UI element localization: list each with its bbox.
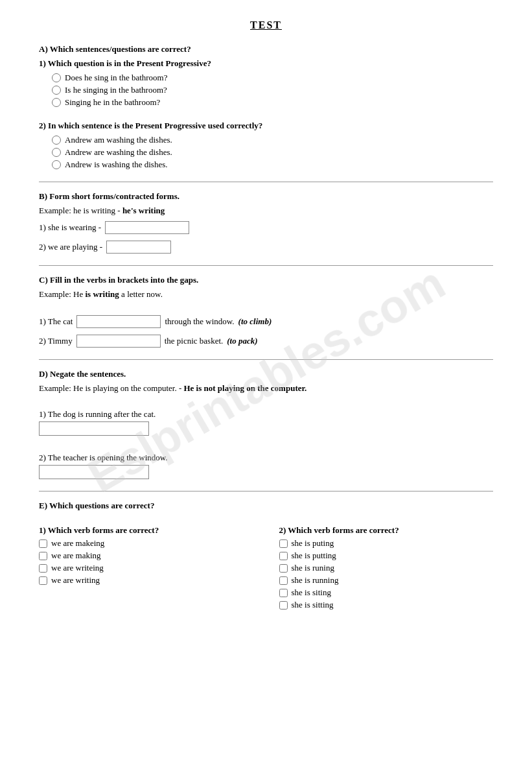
- radio-input[interactable]: [52, 98, 61, 107]
- checkbox-input[interactable]: [39, 564, 47, 573]
- checkbox-option[interactable]: she is putting: [279, 551, 494, 561]
- option-label: Andrew is washing the dishes.: [65, 160, 168, 170]
- option-label: we are making: [51, 551, 101, 561]
- radio-input[interactable]: [52, 148, 61, 157]
- section-c-item2: 2) Timmy the picnic basket. (to pack): [39, 335, 493, 348]
- section-c-item1: 1) The cat through the window. (to climb…: [39, 315, 493, 328]
- fill-input-c2[interactable]: [76, 335, 161, 348]
- fill-label: 1) The cat: [39, 316, 73, 327]
- section-d-item1: 1) The dog is running after the cat.: [39, 409, 493, 436]
- fill-hint: (to pack): [227, 336, 257, 346]
- section-e-q1: 1) Which verb forms are correct? we are …: [39, 525, 253, 612]
- option-label: she is sitting: [292, 600, 334, 610]
- option-label: Does he sing in the bathroom?: [65, 73, 168, 83]
- fill-label: 2) we are playing -: [39, 242, 102, 252]
- divider-ab: [39, 182, 493, 182]
- negate-sentence: 2) The teacher is opening the window.: [39, 453, 493, 463]
- section-a-q2: 2) In which sentence is the Present Prog…: [39, 121, 493, 170]
- section-e: E) Which questions are correct? 1) Which…: [39, 501, 493, 612]
- checkbox-input[interactable]: [279, 576, 288, 585]
- negate-input-d2[interactable]: [39, 465, 149, 479]
- section-c: C) Fill in the verbs in brackets into th…: [39, 275, 493, 348]
- section-c-label: C) Fill in the verbs in brackets into th…: [39, 275, 493, 285]
- fill-input-b2[interactable]: [106, 241, 171, 254]
- option-label: she is puting: [292, 538, 334, 549]
- radio-input[interactable]: [52, 160, 61, 169]
- checkbox-input[interactable]: [39, 552, 47, 560]
- checkbox-input[interactable]: [279, 552, 288, 560]
- checkbox-input[interactable]: [39, 539, 47, 548]
- radio-input[interactable]: [52, 136, 61, 145]
- section-d-example: Example: He is playing on the computer. …: [39, 383, 493, 394]
- negate-sentence: 1) The dog is running after the cat.: [39, 409, 493, 420]
- checkbox-option[interactable]: she is siting: [279, 587, 494, 598]
- option-label: Andrew are washing the dishes.: [65, 147, 172, 158]
- section-e-q1-label: 1) Which verb forms are correct?: [39, 525, 253, 536]
- section-b-label: B) Form short forms/contracted forms.: [39, 191, 493, 202]
- section-a: A) Which sentences/questions are correct…: [39, 44, 493, 170]
- option-label: she is putting: [292, 551, 336, 561]
- negate-input-d1[interactable]: [39, 421, 149, 436]
- checkbox-option[interactable]: she is runing: [279, 563, 494, 573]
- radio-option[interactable]: Andrew am washing the dishes.: [52, 135, 493, 145]
- fill-suffix: the picnic basket.: [165, 336, 224, 346]
- fill-label: 1) she is wearing -: [39, 222, 101, 233]
- radio-option[interactable]: Andrew is washing the dishes.: [52, 160, 493, 170]
- page-title: TEST: [39, 19, 493, 31]
- option-label: we are writeing: [51, 563, 104, 573]
- radio-option[interactable]: Is he singing in the bathroom?: [52, 85, 493, 95]
- fill-input-c1[interactable]: [76, 315, 161, 328]
- option-label: Andrew am washing the dishes.: [65, 135, 172, 145]
- section-e-q2: 2) Which verb forms are correct? she is …: [279, 525, 494, 612]
- checkbox-option[interactable]: we are makeing: [39, 538, 253, 549]
- checkbox-option[interactable]: we are writing: [39, 575, 253, 586]
- checkbox-option[interactable]: she is sitting: [279, 600, 494, 610]
- divider-de: [39, 491, 493, 492]
- radio-option[interactable]: Singing he in the bathroom?: [52, 97, 493, 108]
- section-e-q2-label: 2) Which verb forms are correct?: [279, 525, 494, 536]
- checkbox-input[interactable]: [279, 601, 288, 610]
- fill-hint: (to climb): [238, 316, 272, 327]
- option-label: we are writing: [51, 575, 100, 586]
- checkbox-input[interactable]: [279, 539, 288, 548]
- fill-label: 2) Timmy: [39, 336, 73, 346]
- checkbox-input[interactable]: [279, 589, 288, 597]
- option-label: we are makeing: [51, 538, 104, 549]
- section-b-item2: 2) we are playing -: [39, 241, 493, 254]
- fill-input-b1[interactable]: [105, 221, 189, 234]
- section-b-example: Example: he is writing - he's writing: [39, 206, 493, 216]
- option-label: she is runing: [292, 563, 334, 573]
- section-c-example: Example: He is writing a letter now.: [39, 289, 493, 300]
- section-d-item2: 2) The teacher is opening the window.: [39, 453, 493, 479]
- checkbox-option[interactable]: she is puting: [279, 538, 494, 549]
- radio-option[interactable]: Andrew are washing the dishes.: [52, 147, 493, 158]
- option-label: she is running: [292, 575, 339, 586]
- checkbox-input[interactable]: [279, 564, 288, 573]
- radio-input[interactable]: [52, 73, 61, 82]
- option-label: Singing he in the bathroom?: [65, 97, 160, 108]
- option-label: she is siting: [292, 587, 331, 598]
- section-a-label: A) Which sentences/questions are correct…: [39, 44, 493, 54]
- section-d: D) Negate the sentences. Example: He is …: [39, 369, 493, 479]
- checkbox-option[interactable]: we are making: [39, 551, 253, 561]
- option-label: Is he singing in the bathroom?: [65, 85, 167, 95]
- section-a-q1: 1) Which question is in the Present Prog…: [39, 58, 493, 108]
- radio-option[interactable]: Does he sing in the bathroom?: [52, 73, 493, 83]
- section-e-label: E) Which questions are correct?: [39, 501, 493, 511]
- section-b-item1: 1) she is wearing -: [39, 221, 493, 234]
- checkbox-option[interactable]: she is running: [279, 575, 494, 586]
- fill-suffix: through the window.: [165, 316, 234, 327]
- section-e-columns: 1) Which verb forms are correct? we are …: [39, 525, 493, 612]
- section-d-label: D) Negate the sentences.: [39, 369, 493, 379]
- section-a-q1-label: 1) Which question is in the Present Prog…: [39, 58, 493, 69]
- checkbox-input[interactable]: [39, 576, 47, 585]
- checkbox-option[interactable]: we are writeing: [39, 563, 253, 573]
- section-b: B) Form short forms/contracted forms. Ex…: [39, 191, 493, 254]
- divider-cd: [39, 359, 493, 360]
- radio-input[interactable]: [52, 86, 61, 95]
- divider-bc: [39, 265, 493, 266]
- section-a-q2-label: 2) In which sentence is the Present Prog…: [39, 121, 493, 131]
